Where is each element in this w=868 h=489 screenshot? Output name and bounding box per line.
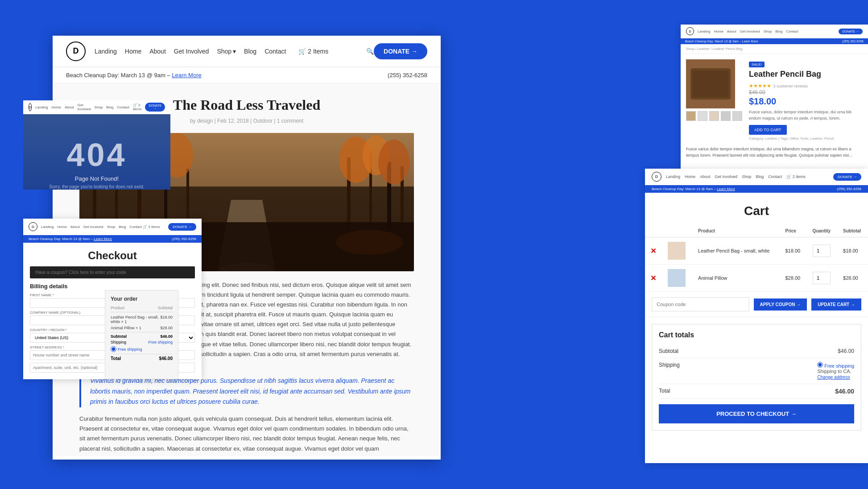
article-body-2: Curabitur fermentum nulla non justo aliq… xyxy=(79,414,414,456)
order-item-2: Animal Pillow × 1 $28.00 xyxy=(111,326,173,330)
nav-contact[interactable]: Contact xyxy=(265,48,286,55)
thumb-3[interactable] xyxy=(709,111,719,121)
apply-coupon-button[interactable]: APPLY COUPON → xyxy=(754,298,807,311)
thumb-5[interactable] xyxy=(732,111,742,121)
proceed-to-checkout-button[interactable]: PROCEED TO CHECKOUT → xyxy=(659,404,854,423)
col-quantity-header: Quantity xyxy=(807,225,838,237)
thumb-4[interactable] xyxy=(721,111,731,121)
main-navbar: D Landing Home About Get Involved Shop ▾… xyxy=(53,36,441,67)
cart-title: Cart xyxy=(645,193,868,225)
product-donate-button[interactable]: DONATE → xyxy=(839,29,863,34)
learn-more-link[interactable]: Learn More xyxy=(172,72,201,79)
product-extra-info: Category: Leather | Tags: Office Tools, … xyxy=(749,137,863,141)
cart-announce-bar: Beach Cleanup Day: March 13 @ 9am – Lear… xyxy=(645,185,868,193)
main-logo[interactable]: D xyxy=(66,41,86,61)
totals-total-row: Total $46.00 xyxy=(659,384,854,399)
thumb-2[interactable] xyxy=(698,111,707,121)
error-title: Page Not Found! xyxy=(32,175,161,182)
totals-subtotal-row: Subtotal $46.00 xyxy=(659,344,854,358)
col-product-img xyxy=(662,225,693,237)
nav-shop[interactable]: Shop ▾ xyxy=(217,48,236,55)
product-rating: ★★★★★ 3 customer reviews xyxy=(749,81,863,89)
col-product-header: Product xyxy=(693,225,780,237)
product-area: SALE! Leather Pencil Bag ★★★★★ 3 custome… xyxy=(681,54,868,146)
nav-about[interactable]: About xyxy=(149,48,166,55)
free-shipping-option[interactable]: Free shipping xyxy=(111,346,173,352)
item2-subtotal: $28.00 xyxy=(838,265,868,292)
product-logo[interactable]: D xyxy=(686,27,694,35)
svg-rect-26 xyxy=(695,75,706,76)
svg-point-22 xyxy=(336,230,403,255)
product-info: SALE! Leather Pencil Bag ★★★★★ 3 custome… xyxy=(749,59,863,141)
nav-get-involved[interactable]: Get Involved xyxy=(174,48,209,55)
svg-rect-23 xyxy=(686,59,735,108)
col-price-header: Price xyxy=(780,225,807,237)
search-icon[interactable]: 🔍 xyxy=(366,48,374,55)
error-content: 404 Page Not Found! Sorry, the page you'… xyxy=(23,114,170,190)
remove-item-1[interactable]: ✕ xyxy=(650,247,656,255)
first-name-input[interactable] xyxy=(30,298,111,308)
change-address-link[interactable]: Change address xyxy=(817,375,850,380)
totals-shipping-row: Shipping Free shipping Shipping to CA. C… xyxy=(659,358,854,384)
cart-row-1: ✕ Leather Pencil Bag - small, white $18.… xyxy=(645,237,868,265)
main-nav-links: Landing Home About Get Involved Shop ▾ B… xyxy=(95,48,363,55)
event-text: Beach Cleanup Day: March 13 @ 9am – Lear… xyxy=(66,72,202,79)
item2-image xyxy=(668,269,686,287)
col-remove xyxy=(645,225,662,237)
thumb-1[interactable] xyxy=(686,111,696,121)
shipping-to: Shipping to CA. xyxy=(817,369,854,374)
coupon-input[interactable] xyxy=(652,297,749,311)
svg-rect-27 xyxy=(695,78,704,79)
cart-totals-box: Cart totals Subtotal $46.00 Shipping Fre… xyxy=(652,324,861,431)
nav-landing[interactable]: Landing xyxy=(95,48,117,55)
order-total: Total $46.00 xyxy=(111,354,173,361)
product-nav: D Landing Home About Get Involved Shop B… xyxy=(681,25,868,38)
order-cols-header: Product Subtotal xyxy=(111,306,173,312)
cart-table: Product Price Quantity Subtotal ✕ Leathe… xyxy=(645,225,868,292)
col-subtotal-header: Subtotal xyxy=(838,225,868,237)
nav-home[interactable]: Home xyxy=(125,48,141,55)
cart-link[interactable]: 🛒 2 Items xyxy=(298,48,328,55)
chevron-down-icon: ▾ xyxy=(233,48,236,55)
billing-title: Billing details xyxy=(30,283,195,290)
checkout-donate-button[interactable]: DONATE → xyxy=(168,223,196,231)
cart-logo[interactable]: D xyxy=(652,172,661,182)
update-cart-button[interactable]: UPDATE CART → xyxy=(811,298,861,311)
checkout-logo[interactable]: D xyxy=(29,222,37,231)
order-summary-panel: Your order Product Subtotal Leather Penc… xyxy=(105,290,178,379)
cart-donate-button[interactable]: DONATE → xyxy=(833,173,861,181)
error-donate-button[interactable]: DONATE → xyxy=(145,103,165,112)
product-panel: D Landing Home About Get Involved Shop B… xyxy=(681,25,868,190)
product-thumbnails xyxy=(686,111,742,121)
checkout-mini-nav: D Landing Home About Get Involved Shop B… xyxy=(23,219,202,235)
coupon-bar: Have a coupon? Click here to enter your … xyxy=(30,266,195,278)
cart-nav: D Landing Home About Get Involved Shop B… xyxy=(645,169,868,185)
remove-item-2[interactable]: ✕ xyxy=(650,274,656,282)
star-icons: ★★★★★ xyxy=(749,83,771,88)
item1-quantity-input[interactable] xyxy=(813,244,831,257)
item2-quantity-input[interactable] xyxy=(813,272,831,284)
error-logo[interactable]: D xyxy=(29,103,32,111)
product-learn-more[interactable]: Learn More xyxy=(742,40,758,43)
cart-learn-more[interactable]: Learn More xyxy=(717,187,735,191)
product-description: Fusce varius, dolor tempor interdum tris… xyxy=(749,109,863,121)
product-announce-bar: Beach Cleanup Day: March 13 @ 9am – Lear… xyxy=(681,38,868,44)
first-name-group: FIRST NAME * xyxy=(30,293,111,308)
checkout-learn-more[interactable]: Learn More xyxy=(94,237,112,241)
checkout-title: Checkout xyxy=(23,243,202,266)
order-title: Your order xyxy=(111,296,173,302)
free-shipping-radio[interactable]: Free shipping xyxy=(817,363,854,369)
nav-blog[interactable]: Blog xyxy=(244,48,256,55)
item1-subtotal: $18.00 xyxy=(838,237,868,265)
item2-name: Animal Pillow xyxy=(693,265,780,292)
checkout-announce-bar: Beach Cleanup Day: March 13 @ 9am – Lear… xyxy=(23,235,202,243)
main-donate-button[interactable]: DONATE → xyxy=(374,43,427,59)
phone-number: (255) 352-6258 xyxy=(388,72,427,79)
item1-price: $18.00 xyxy=(780,237,807,265)
product-title: Leather Pencil Bag xyxy=(749,70,863,79)
add-to-cart-button[interactable]: ADD TO CART xyxy=(749,125,787,135)
product-new-price: $18.00 xyxy=(749,96,863,107)
cart-totals-title: Cart totals xyxy=(659,331,854,339)
svg-point-19 xyxy=(378,140,409,184)
error-subtitle: Sorry, the page you're looking for does … xyxy=(32,184,161,189)
